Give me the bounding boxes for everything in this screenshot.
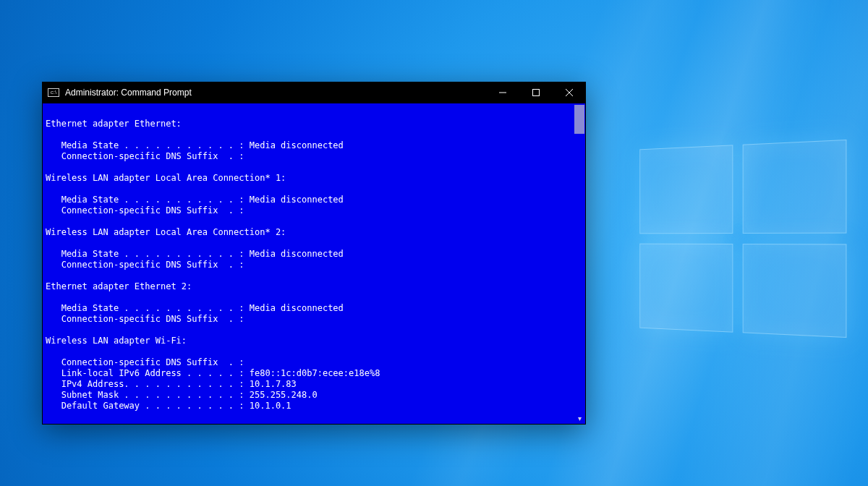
minimize-icon — [499, 89, 506, 96]
cmd-icon: c:\ — [48, 88, 59, 97]
window-title: Administrator: Command Prompt — [65, 88, 192, 98]
scroll-down-arrow[interactable]: ▾ — [574, 412, 585, 424]
maximize-icon — [532, 89, 540, 96]
close-icon — [566, 89, 573, 96]
svg-rect-1 — [533, 90, 540, 96]
titlebar[interactable]: c:\ Administrator: Command Prompt — [42, 82, 586, 103]
windows-logo-pane — [639, 145, 733, 234]
cmd-window: c:\ Administrator: Command Prompt Ethern… — [42, 82, 586, 425]
maximize-button[interactable] — [519, 82, 553, 103]
terminal-area: Ethernet adapter Ethernet: Media State .… — [42, 103, 586, 425]
windows-logo-pane — [743, 244, 847, 338]
terminal-output[interactable]: Ethernet adapter Ethernet: Media State .… — [43, 103, 574, 424]
scrollbar-thumb[interactable] — [574, 105, 584, 134]
windows-logo — [639, 140, 846, 338]
desktop: c:\ Administrator: Command Prompt Ethern… — [0, 0, 868, 486]
windows-logo-pane — [639, 244, 733, 333]
close-button[interactable] — [553, 82, 586, 103]
minimize-button[interactable] — [486, 82, 519, 103]
scrollbar[interactable]: ▾ — [574, 103, 585, 424]
windows-logo-pane — [743, 140, 847, 234]
